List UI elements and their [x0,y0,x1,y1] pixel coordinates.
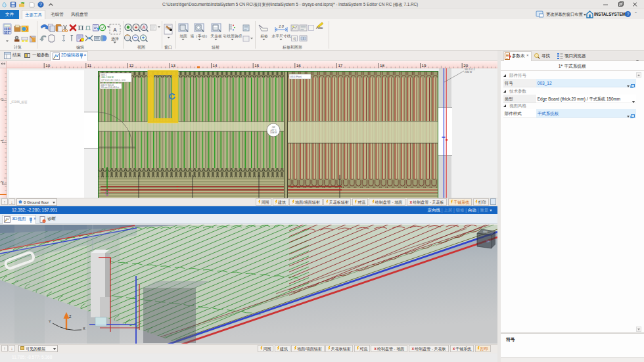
svg-text:1304 W: 1304 W [270,131,278,134]
svg-text:天花板: 天花板 [210,34,222,39]
svg-text:窗口: 窗口 [164,45,172,50]
svg-text:18: 18 [380,63,384,68]
svg-text:14: 14 [213,63,218,68]
svg-text:0: 0 [0,98,4,101]
svg-text:13: 13 [171,63,175,68]
svg-text:A: A [113,27,117,33]
svg-text:16: 16 [296,63,301,68]
svg-text:水平尺寸线: 水平尺寸线 [271,34,291,38]
svg-text:135 mm²/2.02–43.6 m²: 135 mm²/2.02–43.6 m² [101,86,120,89]
svg-text:4]: 4] [293,37,296,41]
svg-text:-2: -2 [0,181,4,185]
svg-text:辐射: 辐射 [212,45,219,50]
svg-text:3/F: 3/F [486,240,490,243]
svg-text:引线管路径: 引线管路径 [223,34,242,39]
svg-text:17: 17 [338,63,342,68]
svg-text:选择: 选择 [111,37,119,41]
svg-text:11: 11 [87,63,92,68]
svg-text:A: A [143,25,146,30]
svg-text:计算: 计算 [14,45,22,49]
svg-text:编辑: 编辑 [76,45,84,49]
svg-text:标签和图形: 标签和图形 [282,45,302,50]
svg-text:003-4 (Floor): 003-4 (Floor) [290,76,302,78]
svg-text:12: 12 [129,63,133,68]
svg-text:视图: 视图 [137,45,145,50]
svg-text:2184 W: 2184 W [465,71,472,74]
svg-text:标签: 标签 [260,34,268,39]
svg-text:-1: -1 [0,139,4,143]
svg-text:SN4: SN4 [483,231,488,233]
svg-text:10: 10 [45,63,50,68]
svg-text:15: 15 [254,63,259,68]
svg-text:X: X [83,327,85,330]
svg-text:Y: Y [49,319,51,323]
svg-text:2.0: 2.0 [278,24,285,28]
svg-text:Q/F:1/13 L3m² m20.1 - 0.61: Q/F:1/13 L3m² m20.1 - 0.61 [101,79,126,81]
svg-text:19: 19 [422,63,426,68]
svg-text:?: ? [39,2,42,7]
svg-text:墙（手动）: 墙（手动） [191,34,210,38]
svg-text:地面: 地面 [179,34,187,39]
